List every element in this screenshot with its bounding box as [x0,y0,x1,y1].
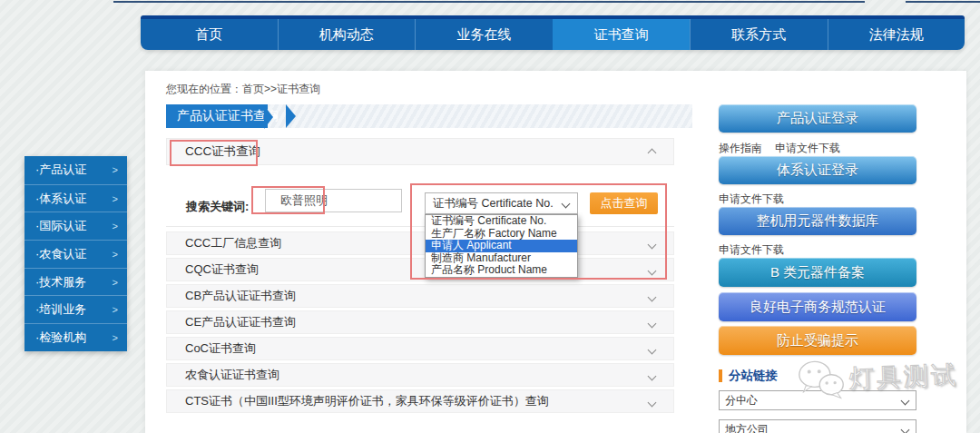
chevron-down-icon [648,399,657,408]
chevron-down-icon [648,320,657,329]
sidebar-item-system-cert[interactable]: ·体系认证 > [24,184,127,212]
chevron-down-icon [648,267,657,276]
chevron-down-icon [648,346,657,355]
sidebar-item-product-cert[interactable]: ·产品认证 > [24,156,127,184]
search-field-dropdown: 证书编号 Certificate No. 生产厂名称 Factory Name … [425,214,578,278]
chevron-down-icon [562,200,571,209]
sidebar-item-label: ·体系认证 [35,191,113,207]
sidebar-item-label: ·技术服务 [35,274,113,290]
sidebar-item-label: ·培训业务 [35,301,113,318]
tab-home[interactable]: 首页 [141,19,278,50]
sidebar-item-international-cert[interactable]: ·国际认证 > [24,212,127,240]
class-b-component-filing-button[interactable]: B 类元器件备案 [719,258,916,287]
browser-edge-line [906,1,980,3]
application-file-download-link[interactable]: 申请文件下载 [719,192,784,207]
select-value: 地方公司 [725,422,769,433]
search-field-select[interactable]: 证书编号 Certificate No. [425,192,578,214]
query-button[interactable]: 点击查询 [590,192,658,214]
accordion-label: CE产品认证证书查询 [185,314,296,330]
sidebar-item-agrifood-cert[interactable]: ·农食认证 > [24,240,127,268]
page-title: 产品认证证书查询 [166,104,268,128]
accordion-cts-certificate-query[interactable]: CTS证书（中国III型环境声明评价证书，家具环保等级评价证书）查询 [166,389,674,413]
tab-contact[interactable]: 联系方式 [690,19,828,50]
chevron-right-icon: > [113,277,118,288]
operation-guide-link[interactable]: 操作指南 [719,141,762,156]
chevron-right-icon: > [113,332,118,343]
application-file-download-link[interactable]: 申请文件下载 [775,141,840,156]
main-panel: 您现在的位置：首页>>证书查询 产品认证证书查询 CCC证书查询 搜索关键词: … [145,71,966,433]
accordion-cqc-certificate-query[interactable]: CQC证书查询 [166,258,674,281]
browser-edge-line [113,1,865,3]
sidebar-item-label: ·产品认证 [35,162,113,178]
section-arrow-shape [286,104,296,128]
section-header-bar: 产品认证证书查询 [166,104,692,128]
accordion-label: 农食认证证书查询 [185,367,279,383]
left-sidebar: ·产品认证 > ·体系认证 > ·国际认证 > ·农食认证 > ·技术服务 > … [24,156,127,351]
chevron-right-icon: > [113,193,118,204]
anti-fraud-notice-button[interactable]: 防止受骗提示 [719,326,916,355]
accordion-cb-certificate-query[interactable]: CB产品认证证书查询 [166,284,674,308]
option-product-name[interactable]: 产品名称 Product Name [426,264,577,277]
accordion-ccc-factory-query[interactable]: CCC工厂信息查询 [166,231,674,255]
chevron-down-icon [901,426,910,433]
accordion-ce-certificate-query[interactable]: CE产品认证证书查询 [166,310,674,334]
sidebar-item-label: ·检验机构 [35,330,113,346]
chevron-right-icon: > [113,304,118,315]
chevron-down-icon [648,241,657,250]
chevron-right-icon: > [113,164,118,175]
accordion-label: CB产品认证证书查询 [185,288,296,304]
chevron-down-icon [648,293,657,302]
chevron-right-icon: > [113,221,118,231]
sidebar-item-tech-service[interactable]: ·技术服务 > [24,268,127,296]
option-applicant[interactable]: 申请人 Applicant [426,240,577,252]
tab-agency-news[interactable]: 机构动态 [278,19,416,50]
breadcrumb: 您现在的位置：首页>>证书查询 [166,82,320,97]
links-row: 申请文件下载 [719,242,784,258]
accordion-label: CQC证书查询 [185,261,259,278]
search-keyword-input[interactable] [265,189,402,212]
good-ecommerce-cert-button[interactable]: 良好电子商务规范认证 [719,292,916,321]
accordion-agrifood-certificate-query[interactable]: 农食认证证书查询 [166,363,674,387]
accordion-ccc-certificate-query[interactable]: CCC证书查询 [166,138,674,165]
links-row: 申请文件下载 [719,192,784,207]
tab-laws[interactable]: 法律法规 [828,19,965,50]
divider [166,226,674,227]
accordion-label: CCC证书查询 [185,143,260,160]
option-manufacturer[interactable]: 制造商 Manufacturer [426,252,577,265]
accordion-coc-certificate-query[interactable]: CoC证书查询 [166,337,674,360]
sidebar-item-label: ·国际认证 [35,218,113,234]
chevron-right-icon: > [113,249,118,260]
tab-certificate-query[interactable]: 证书查询 [553,19,691,50]
select-value: 证书编号 Certificate No. [433,196,554,212]
sidebar-item-training[interactable]: ·培训业务 > [24,295,127,323]
accordion-label: CoC证书查询 [185,340,256,357]
chevron-down-icon [901,397,910,406]
branch-center-select[interactable]: 分中心 [719,390,916,410]
local-company-select[interactable]: 地方公司 [719,419,916,433]
accordion-label: CCC工厂信息查询 [185,235,281,251]
orange-bar-icon [719,369,722,382]
section-dot [273,114,278,119]
links-row: 操作指南 申请文件下载 [719,141,840,156]
system-cert-login-button[interactable]: 体系认证登录 [719,156,916,184]
chevron-down-icon [648,372,657,381]
component-database-button[interactable]: 整机用元器件数据库 [719,207,916,235]
tab-online-business[interactable]: 业务在线 [415,19,553,50]
application-file-download-link[interactable]: 申请文件下载 [719,242,784,258]
sidebar-item-inspection[interactable]: ·检验机构 > [24,323,127,351]
product-cert-login-button[interactable]: 产品认证登录 [719,104,916,133]
select-value: 分中心 [725,393,758,408]
search-keyword-label: 搜索关键词: [186,199,249,215]
option-factory-name[interactable]: 生产厂名称 Factory Name [426,228,577,241]
top-navigation: 首页 机构动态 业务在线 证书查询 联系方式 法律法规 [141,15,965,50]
accordion-label: CTS证书（中国III型环境声明评价证书，家具环保等级评价证书）查询 [185,393,549,409]
sidebar-item-label: ·农食认证 [35,246,113,262]
branch-links-header: 分站链接 [719,368,778,384]
option-certificate-no[interactable]: 证书编号 Certificate No. [426,215,577,228]
chevron-up-icon [648,149,657,158]
